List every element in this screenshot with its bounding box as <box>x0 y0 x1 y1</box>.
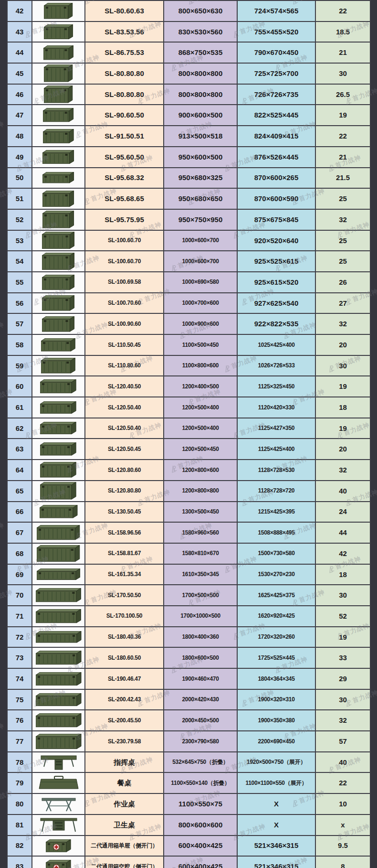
outer-dimensions-cell: 532×645×750（折叠） <box>164 752 237 772</box>
inner-dimensions-text: 1128×728×720 <box>258 488 295 494</box>
inner-dimensions-text: 1025×425×400 <box>258 342 294 348</box>
model-cell: SL-190.46.47 <box>85 669 163 689</box>
product-image-cell <box>32 648 84 668</box>
outer-dimensions-text: 800×800×800 <box>178 70 223 77</box>
outer-dimensions-cell: 900×600×500 <box>164 105 237 125</box>
model-text: 二代通用箱单屉（侧开门） <box>91 843 157 849</box>
inner-dimensions-text: 1625×425×375 <box>258 592 294 599</box>
product-image-cell <box>32 272 84 292</box>
outer-dimensions-text: 1100×800×600 <box>182 363 219 369</box>
model-cell: 指挥桌 <box>85 752 163 772</box>
row-number: 65 <box>16 487 24 495</box>
model-cell: 二代通用箱空腔（侧开门） <box>85 857 163 868</box>
product-thumbnail-icon <box>44 86 73 103</box>
inner-dimensions-cell: 927×625×540 <box>238 293 315 313</box>
model-cell: SL-158.81.67 <box>85 544 163 564</box>
row-number-cell: 46 <box>8 85 31 105</box>
model-cell: SL-158.96.56 <box>85 523 163 543</box>
outer-dimensions-cell: 1580×810×670 <box>164 544 237 564</box>
outer-dimensions-cell: 1700×500×500 <box>164 585 237 605</box>
model-text: SL-120.40.50 <box>108 384 141 390</box>
model-text: SL-91.50.51 <box>105 132 144 140</box>
product-image-cell <box>32 335 84 355</box>
watermark-text: 首力战神 <box>0 321 5 337</box>
inner-dimensions-text: 1500×730×580 <box>258 550 294 557</box>
outer-dimensions-text: 600×400×425 <box>178 842 223 849</box>
outer-dimensions-cell: 950×750×950 <box>164 210 237 230</box>
model-cell: SL-161.35.34 <box>85 565 163 585</box>
weight-text: 18 <box>339 404 347 411</box>
table-row: 57 SL-100.90.60 1000×900×600 922×822×535… <box>8 314 370 334</box>
weight-text: 30 <box>339 591 347 599</box>
row-number-cell: 63 <box>8 439 31 459</box>
inner-dimensions-text: 1920×500×750（展开） <box>247 759 306 765</box>
inner-dimensions-cell: 824×409×415 <box>238 126 315 146</box>
row-number: 70 <box>16 591 24 599</box>
table-row: 47 SL-90.60.50 900×600×500 822×525×445 1… <box>8 105 370 125</box>
product-image-cell <box>32 585 84 605</box>
product-thumbnail-icon <box>42 211 74 228</box>
catalog-page: 42 SL-80.60.63 800×650×630 724×574×565 2… <box>0 0 377 868</box>
outer-dimensions-text: 600×400×425 <box>178 863 223 868</box>
model-cell: SL-95.75.95 <box>85 210 163 230</box>
model-text: SL-95.60.50 <box>105 153 144 161</box>
inner-dimensions-text: 925×615×520 <box>254 279 299 286</box>
weight-cell: 25 <box>316 231 370 251</box>
row-number-cell: 79 <box>8 773 31 793</box>
weight-text: 19 <box>339 111 347 119</box>
product-thumbnail-icon <box>46 839 71 852</box>
row-number-cell: 52 <box>8 210 31 230</box>
inner-dimensions-cell: 724×574×565 <box>238 1 315 21</box>
model-cell: SL-110.50.45 <box>85 335 163 355</box>
product-image-cell <box>32 397 84 418</box>
weight-cell: 24 <box>316 502 370 522</box>
model-text: SL-80.80.80 <box>105 70 144 77</box>
table-row: 42 SL-80.60.63 800×650×630 724×574×565 2… <box>8 1 370 21</box>
product-thumbnail-icon <box>42 172 74 183</box>
weight-cell: 32 <box>316 710 370 730</box>
row-number-cell: 62 <box>8 418 31 439</box>
inner-dimensions-text: 726×726×735 <box>254 91 299 98</box>
row-number-cell: 66 <box>8 502 31 522</box>
weight-text: 9.5 <box>338 842 348 849</box>
row-number: 78 <box>16 759 24 766</box>
product-thumbnail-icon <box>42 316 74 332</box>
inner-dimensions-text: 1508×888×495 <box>258 530 294 536</box>
table-row: 76 SL-200.45.50 2000×450×500 1900×350×38… <box>8 710 370 730</box>
row-number: 60 <box>16 383 24 390</box>
inner-dimensions-cell: 1120×420×330 <box>238 397 315 418</box>
outer-dimensions-cell: 1200×500×400 <box>164 397 237 418</box>
table-row: 78 指挥桌 532×645×750（折叠） 1920×500×750（展开） … <box>8 752 370 772</box>
table-row: 67 SL-158.96.56 1580×960×560 1508×888×49… <box>8 523 370 543</box>
inner-dimensions-cell: 1128×728×530 <box>238 460 315 480</box>
product-image-cell <box>32 43 84 63</box>
outer-dimensions-cell: 950×680×650 <box>164 189 237 209</box>
row-number-cell: 80 <box>8 794 31 814</box>
weight-cell: 21 <box>316 43 370 63</box>
inner-dimensions-cell: 875×675×845 <box>238 210 315 230</box>
outer-dimensions-text: 1900×460×470 <box>182 676 219 682</box>
outer-dimensions-cell: 600×400×425 <box>164 836 237 856</box>
inner-dimensions-cell: 1920×500×750（展开） <box>238 752 315 772</box>
model-cell: SL-200.45.50 <box>85 710 163 730</box>
outer-dimensions-cell: 913×500×518 <box>164 126 237 146</box>
table-row: 58 SL-110.50.45 1100×500×450 1025×425×40… <box>8 335 370 355</box>
inner-dimensions-cell: 1720×320×260 <box>238 627 315 647</box>
product-image-cell <box>32 168 84 188</box>
model-text: SL-83.53.56 <box>105 28 144 36</box>
outer-dimensions-text: 1700×500×500 <box>182 592 219 599</box>
row-number: 72 <box>16 633 24 641</box>
product-thumbnail-icon <box>40 482 76 500</box>
product-thumbnail-icon <box>42 150 74 164</box>
row-number-cell: 44 <box>8 43 31 63</box>
inner-dimensions-cell: X <box>238 815 315 835</box>
outer-dimensions-cell: 800×800×800 <box>164 64 237 84</box>
model-text: SL-170.100.50 <box>106 613 143 619</box>
outer-dimensions-text: 532×645×750（折叠） <box>172 759 229 765</box>
model-text: SL-200.42.43 <box>108 697 141 703</box>
row-number: 61 <box>16 404 24 411</box>
row-number-cell: 76 <box>8 710 31 730</box>
product-thumbnail-icon <box>36 693 82 706</box>
row-number: 50 <box>16 174 24 182</box>
table-row: 72 SL-180.40.36 1800×400×360 1720×320×26… <box>8 627 370 647</box>
